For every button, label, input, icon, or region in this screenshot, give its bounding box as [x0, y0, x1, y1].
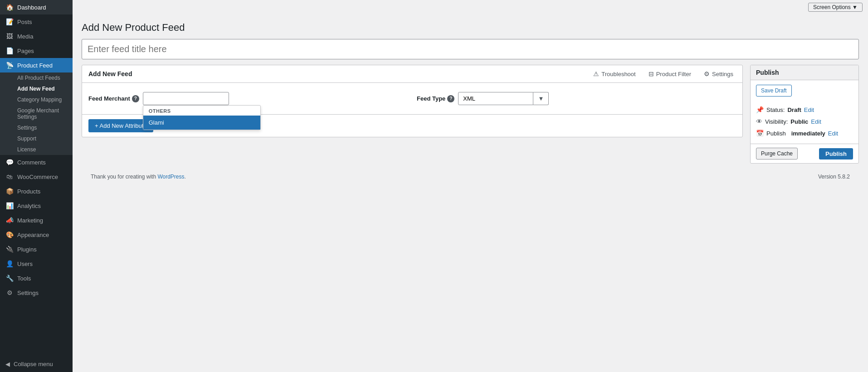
editor-layout: Add New Feed ⚠ Troubleshoot ⊟ Product Fi… — [82, 65, 859, 164]
content-area: Add New Product Feed Add New Feed ⚠ Trou… — [73, 14, 868, 372]
panel-title: Add New Feed — [88, 70, 132, 77]
chevron-down-icon: ▼ — [533, 92, 549, 105]
sidebar-item-plugins[interactable]: 🔌 Plugins — [0, 242, 73, 256]
product-feed-icon: 📡 — [5, 62, 14, 69]
feed-merchant-input[interactable]: gla — [143, 92, 229, 105]
collapse-menu-button[interactable]: ◀ Collapse menu — [0, 356, 73, 372]
wordpress-link[interactable]: WordPress — [157, 174, 184, 180]
publish-immediately: immediately — [791, 130, 825, 137]
appearance-icon: 🎨 — [5, 231, 14, 238]
sidebar-item-media[interactable]: 🖼 Media — [0, 29, 73, 43]
status-row: 📌 Status: Draft Edit — [756, 104, 853, 116]
status-icon: 📌 — [756, 106, 764, 113]
editor-main: Add New Feed ⚠ Troubleshoot ⊟ Product Fi… — [82, 65, 743, 137]
sidebar-item-appearance[interactable]: 🎨 Appearance — [0, 227, 73, 242]
publish-button[interactable]: Publish — [819, 148, 853, 159]
status-edit-link[interactable]: Edit — [804, 106, 814, 113]
feed-merchant-dropdown-wrapper: gla Others Glami — [143, 92, 229, 105]
status-value: Draft — [787, 106, 801, 113]
submenu-google-merchant[interactable]: Google Merchant Settings — [0, 105, 73, 122]
publish-row: 📅 Publish immediately Edit — [756, 127, 853, 139]
publish-box: Publish Save Draft 📌 Status: Draft Edit — [750, 65, 859, 164]
footer-version: Version 5.8.2 — [818, 174, 850, 180]
feed-type-label: Feed Type ? — [417, 95, 454, 102]
purge-cache-button[interactable]: Purge Cache — [756, 148, 798, 159]
posts-icon: 📝 — [5, 18, 14, 25]
submenu-add-new-feed[interactable]: Add New Feed — [0, 83, 73, 94]
sidebar-item-woocommerce[interactable]: 🛍 WooCommerce — [0, 169, 73, 184]
products-icon: 📦 — [5, 188, 14, 195]
sidebar-item-marketing[interactable]: 📣 Marketing — [0, 213, 73, 227]
publish-edit-link[interactable]: Edit — [828, 130, 838, 137]
gear-icon: ⚙ — [704, 70, 710, 77]
product-filter-button[interactable]: ⊟ Product Filter — [646, 69, 694, 79]
troubleshoot-button[interactable]: ⚠ Troubleshoot — [590, 69, 638, 79]
sidebar-item-products[interactable]: 📦 Products — [0, 184, 73, 198]
publish-box-body: Save Draft 📌 Status: Draft Edit 👁 Visibi… — [751, 80, 858, 144]
comments-icon: 💬 — [5, 159, 14, 166]
wp-footer: Thank you for creating with WordPress. V… — [82, 169, 859, 184]
sidebar-item-posts[interactable]: 📝 Posts — [0, 14, 73, 29]
topbar: Screen Options ▼ — [73, 0, 868, 14]
submenu-settings[interactable]: Settings — [0, 122, 73, 133]
calendar-icon: 📅 — [756, 130, 764, 137]
collapse-icon: ◀ — [5, 361, 10, 367]
feed-merchant-help-icon[interactable]: ? — [132, 95, 139, 102]
sidebar-item-product-feed[interactable]: 📡 Product Feed — [0, 58, 73, 72]
feed-merchant-group: Feed Merchant ? gla Others — [88, 92, 408, 105]
pages-icon: 📄 — [5, 47, 14, 54]
visibility-row: 👁 Visibility: Public Edit — [756, 116, 853, 127]
dashboard-icon: 🏠 — [5, 4, 14, 11]
feed-type-group: Feed Type ? XML ▼ — [417, 92, 736, 105]
feed-type-select-wrapper: XML ▼ — [458, 92, 549, 105]
footer-thank-you: Thank you for creating with WordPress. — [91, 174, 186, 180]
feed-merchant-dropdown: Others Glami — [143, 105, 261, 130]
submenu-all-product-feeds[interactable]: All Product Feeds — [0, 72, 73, 83]
feed-form: Feed Merchant ? gla Others — [82, 83, 742, 114]
users-icon: 👤 — [5, 260, 14, 267]
sidebar-item-users[interactable]: 👤 Users — [0, 256, 73, 271]
add-new-feed-panel: Add New Feed ⚠ Troubleshoot ⊟ Product Fi… — [82, 65, 743, 137]
publish-label: Publish — [766, 130, 786, 137]
sidebar-item-pages[interactable]: 📄 Pages — [0, 43, 73, 58]
plugins-icon: 🔌 — [5, 246, 14, 253]
publish-box-header: Publish — [751, 65, 858, 80]
editor-sidebar: Publish Save Draft 📌 Status: Draft Edit — [750, 65, 859, 164]
visibility-edit-link[interactable]: Edit — [811, 118, 821, 125]
feed-title-input[interactable] — [82, 39, 859, 59]
save-draft-button[interactable]: Save Draft — [756, 85, 792, 97]
settings-icon: ⚙ — [5, 289, 14, 296]
visibility-label: Visibility: — [765, 118, 788, 125]
warning-icon: ⚠ — [593, 70, 599, 77]
tools-icon: 🔧 — [5, 275, 14, 282]
sidebar-item-settings[interactable]: ⚙ Settings — [0, 285, 73, 300]
dropdown-item-glami[interactable]: Glami — [143, 116, 260, 130]
panel-actions: ⚠ Troubleshoot ⊟ Product Filter ⚙ Settin… — [590, 69, 736, 79]
submenu-category-mapping[interactable]: Category Mapping — [0, 94, 73, 105]
analytics-icon: 📊 — [5, 202, 14, 209]
sidebar-item-analytics[interactable]: 📊 Analytics — [0, 198, 73, 213]
marketing-icon: 📣 — [5, 217, 14, 224]
dropdown-section-others: Others — [143, 106, 260, 116]
media-icon: 🖼 — [5, 33, 14, 40]
visibility-value: Public — [790, 118, 808, 125]
screen-options-button[interactable]: Screen Options ▼ — [808, 3, 863, 12]
status-label: Status: — [766, 106, 785, 113]
product-feed-submenu: All Product Feeds Add New Feed Category … — [0, 72, 73, 155]
feed-type-select[interactable]: XML — [458, 92, 533, 105]
filter-icon: ⊟ — [649, 70, 654, 77]
sidebar: 🏠 Dashboard 📝 Posts 🖼 Media 📄 Pages 📡 Pr… — [0, 0, 73, 372]
submenu-support[interactable]: Support — [0, 133, 73, 144]
main-area: Screen Options ▼ Add New Product Feed Ad… — [73, 0, 868, 372]
feed-type-help-icon[interactable]: ? — [447, 95, 454, 102]
sidebar-item-dashboard[interactable]: 🏠 Dashboard — [0, 0, 73, 14]
feed-merchant-label: Feed Merchant ? — [88, 95, 139, 102]
submenu-license[interactable]: License — [0, 144, 73, 155]
page-title: Add New Product Feed — [82, 22, 859, 34]
woocommerce-icon: 🛍 — [5, 173, 14, 180]
panel-header: Add New Feed ⚠ Troubleshoot ⊟ Product Fi… — [82, 65, 742, 83]
settings-button[interactable]: ⚙ Settings — [701, 69, 736, 79]
sidebar-item-tools[interactable]: 🔧 Tools — [0, 271, 73, 285]
publish-box-footer: Purge Cache Publish — [751, 144, 858, 163]
sidebar-item-comments[interactable]: 💬 Comments — [0, 155, 73, 169]
